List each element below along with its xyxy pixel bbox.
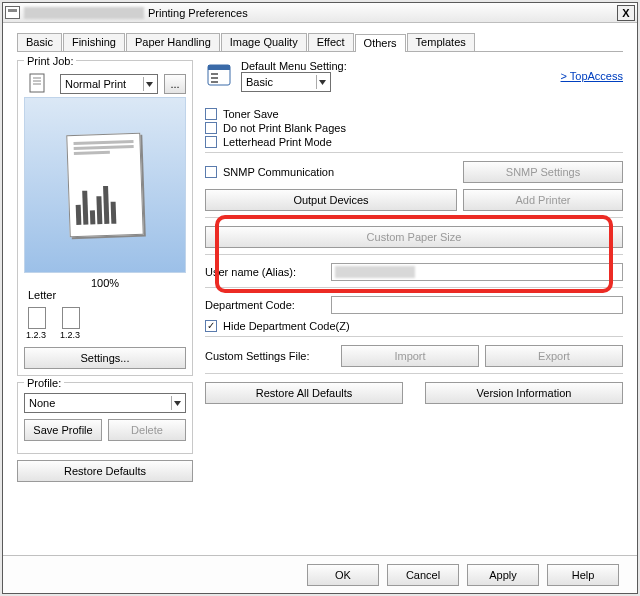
cancel-button[interactable]: Cancel xyxy=(387,564,459,586)
page-preview xyxy=(24,97,186,273)
hide-dept-checkbox[interactable]: Hide Department Code(Z) xyxy=(205,320,623,332)
toner-save-checkbox[interactable]: Toner Save xyxy=(205,108,623,120)
username-field[interactable] xyxy=(331,263,623,281)
svg-rect-5 xyxy=(208,65,230,70)
default-menu-label: Default Menu Setting: xyxy=(241,60,555,72)
dialog-buttons: OK Cancel Apply Help xyxy=(3,555,637,593)
print-job-select[interactable]: Normal Print xyxy=(60,74,158,94)
department-code-label: Department Code: xyxy=(205,299,325,311)
save-profile-button[interactable]: Save Profile xyxy=(24,419,102,441)
tab-effect[interactable]: Effect xyxy=(308,33,354,51)
print-job-more-button[interactable]: ... xyxy=(164,74,186,94)
printer-icon xyxy=(5,6,20,19)
snmp-settings-button[interactable]: SNMP Settings xyxy=(463,161,623,183)
restore-defaults-button[interactable]: Restore Defaults xyxy=(17,460,193,482)
tab-templates[interactable]: Templates xyxy=(407,33,475,51)
print-job-value: Normal Print xyxy=(65,78,126,90)
tab-finishing[interactable]: Finishing xyxy=(63,33,125,51)
snmp-checkbox[interactable]: SNMP Communication xyxy=(205,166,457,178)
add-printer-button[interactable]: Add Printer xyxy=(463,189,623,211)
custom-settings-label: Custom Settings File: xyxy=(205,350,335,362)
department-code-field[interactable] xyxy=(331,296,623,314)
custom-paper-button[interactable]: Custom Paper Size xyxy=(205,226,623,248)
profile-group: Profile: None Save Profile Delete xyxy=(17,382,193,454)
svg-rect-8 xyxy=(211,81,218,83)
svg-rect-6 xyxy=(211,73,218,75)
username-value-blur xyxy=(335,266,415,278)
output-devices-button[interactable]: Output Devices xyxy=(205,189,457,211)
settings-button[interactable]: Settings... xyxy=(24,347,186,369)
preferences-window: Printing Preferences X Basic Finishing P… xyxy=(2,2,638,594)
restore-all-defaults-button[interactable]: Restore All Defaults xyxy=(205,382,403,404)
ok-button[interactable]: OK xyxy=(307,564,379,586)
layout-icon-1 xyxy=(28,307,46,329)
help-button[interactable]: Help xyxy=(547,564,619,586)
tab-strip: Basic Finishing Paper Handling Image Qua… xyxy=(17,33,623,52)
blank-pages-checkbox[interactable]: Do not Print Blank Pages xyxy=(205,122,623,134)
default-menu-value: Basic xyxy=(246,76,273,88)
profile-label: Profile: xyxy=(24,377,64,389)
apply-button[interactable]: Apply xyxy=(467,564,539,586)
import-button[interactable]: Import xyxy=(341,345,479,367)
tab-basic[interactable]: Basic xyxy=(17,33,62,51)
letterhead-checkbox[interactable]: Letterhead Print Mode xyxy=(205,136,623,148)
menu-icon xyxy=(205,63,235,89)
chevron-down-icon xyxy=(143,77,155,91)
paper-label: Letter xyxy=(28,289,186,301)
username-label: User name (Alias): xyxy=(205,266,325,278)
zoom-label: 100% xyxy=(24,277,186,289)
svg-rect-0 xyxy=(30,74,44,92)
tab-image-quality[interactable]: Image Quality xyxy=(221,33,307,51)
tab-paper-handling[interactable]: Paper Handling xyxy=(126,33,220,51)
chevron-down-icon xyxy=(316,75,328,89)
chevron-down-icon xyxy=(171,396,183,410)
print-job-group: Print Job: Normal Print ... xyxy=(17,60,193,376)
titlebar: Printing Preferences X xyxy=(3,3,637,23)
profile-select[interactable]: None xyxy=(24,393,186,413)
document-icon xyxy=(24,71,54,97)
print-job-label: Print Job: xyxy=(24,55,76,67)
close-button[interactable]: X xyxy=(617,5,635,21)
device-name-blur xyxy=(24,7,144,19)
client-area: Basic Finishing Paper Handling Image Qua… xyxy=(3,23,637,593)
layout-icon-2 xyxy=(62,307,80,329)
topaccess-link[interactable]: > TopAccess xyxy=(561,70,623,82)
default-menu-select[interactable]: Basic xyxy=(241,72,331,92)
window-title: Printing Preferences xyxy=(148,7,617,19)
svg-rect-7 xyxy=(211,77,218,79)
version-info-button[interactable]: Version Information xyxy=(425,382,623,404)
delete-profile-button[interactable]: Delete xyxy=(108,419,186,441)
export-button[interactable]: Export xyxy=(485,345,623,367)
tab-others[interactable]: Others xyxy=(355,34,406,52)
profile-value: None xyxy=(29,397,55,409)
